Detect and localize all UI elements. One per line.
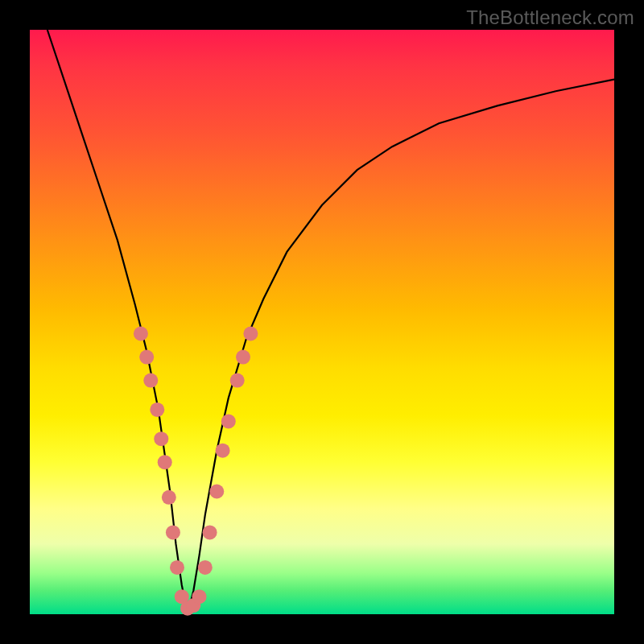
data-marker xyxy=(170,560,184,575)
data-marker xyxy=(221,414,236,428)
data-marker xyxy=(143,374,158,388)
data-marker xyxy=(134,327,148,341)
data-marker xyxy=(139,350,154,365)
data-marker xyxy=(166,525,180,539)
data-marker xyxy=(158,455,172,469)
data-marker xyxy=(192,589,207,604)
curve-line xyxy=(47,30,614,614)
watermark-text: TheBottleneck.com xyxy=(466,6,634,29)
data-marker xyxy=(216,444,230,458)
data-marker xyxy=(203,525,217,539)
plot-area xyxy=(30,30,614,614)
data-marker xyxy=(162,490,176,505)
bottleneck-curve xyxy=(30,30,614,614)
data-marker xyxy=(154,431,168,446)
data-marker xyxy=(236,350,250,365)
data-marker xyxy=(209,485,224,499)
data-marker xyxy=(243,327,258,341)
data-marker xyxy=(150,402,164,417)
chart-container: TheBottleneck.com xyxy=(0,0,644,644)
data-marker xyxy=(198,560,213,575)
data-marker xyxy=(230,374,245,388)
